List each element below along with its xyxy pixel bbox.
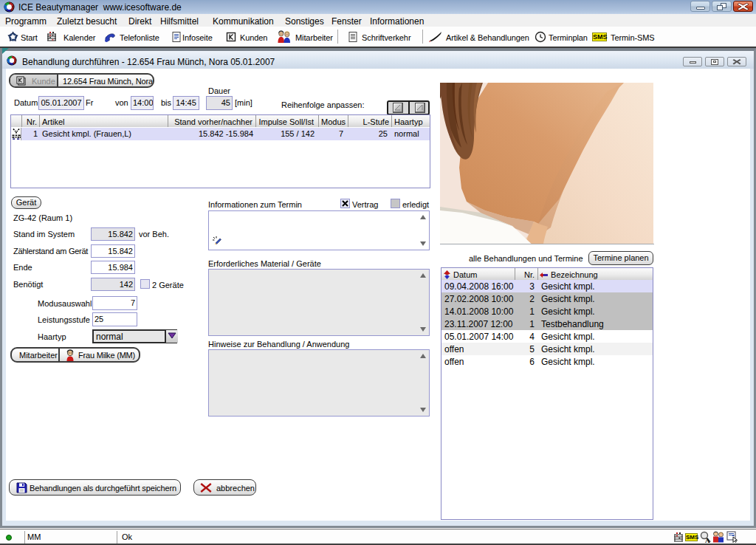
svg-text:A: A [705, 537, 710, 544]
